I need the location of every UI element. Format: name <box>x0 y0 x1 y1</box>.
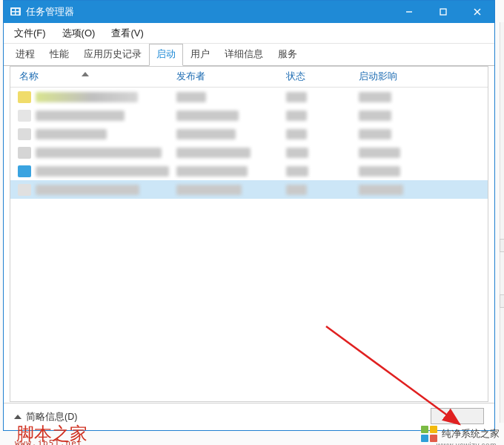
pixelated-content <box>286 148 308 158</box>
watermark-right-url: www.ycwjzy.com <box>437 441 497 445</box>
tab-4[interactable]: 用户 <box>183 44 217 66</box>
svg-rect-2 <box>16 9 19 11</box>
column-impact-header[interactable]: 启动影响 <box>350 70 431 83</box>
background-button-1 <box>500 239 504 252</box>
table-row[interactable] <box>10 88 488 106</box>
footer: 简略信息(D) <box>4 403 494 430</box>
app-icon <box>10 6 21 18</box>
pixelated-content <box>176 111 239 121</box>
app-icon <box>18 91 31 103</box>
column-headers: 名称 发布者 状态 启动影响 <box>10 67 488 88</box>
pixelated-content <box>36 92 138 102</box>
maximize-button[interactable] <box>426 1 460 23</box>
background-button-2 <box>500 294 504 308</box>
pixelated-content <box>359 166 400 177</box>
app-icon <box>18 165 31 177</box>
tab-3[interactable]: 启动 <box>149 44 183 66</box>
tab-2[interactable]: 应用历史记录 <box>76 44 149 66</box>
app-icon <box>18 147 31 159</box>
pixelated-content <box>286 166 308 177</box>
watermark-left-url: www.jb51.net <box>15 438 82 445</box>
table-row[interactable] <box>10 106 488 125</box>
menu-file[interactable]: 文件(F) <box>11 24 49 42</box>
pixelated-content <box>359 111 391 121</box>
pixelated-content <box>36 111 125 121</box>
column-name-header[interactable]: 名称 <box>10 70 168 83</box>
app-icon <box>18 128 31 140</box>
app-icon <box>18 110 31 122</box>
pixelated-content <box>176 92 206 102</box>
window-controls <box>392 1 494 23</box>
table-row[interactable] <box>10 180 488 199</box>
menu-options[interactable]: 选项(O) <box>59 24 99 42</box>
pixelated-content <box>176 166 248 177</box>
pixelated-content <box>286 185 307 195</box>
app-icon <box>18 184 31 196</box>
pixelated-content <box>359 185 403 195</box>
window-title: 任务管理器 <box>26 5 74 19</box>
background-panel <box>500 22 504 423</box>
menubar: 文件(F) 选项(O) 查看(V) <box>4 23 494 44</box>
svg-rect-1 <box>12 9 15 11</box>
chevron-up-icon <box>14 415 21 419</box>
pixelated-content <box>176 148 251 158</box>
disable-button[interactable] <box>431 408 484 424</box>
tab-1[interactable]: 性能 <box>42 44 76 66</box>
titlebar[interactable]: 任务管理器 <box>4 1 494 23</box>
pixelated-content <box>176 129 236 139</box>
pixelated-content <box>36 129 107 139</box>
svg-rect-6 <box>440 9 446 15</box>
pixelated-content <box>286 129 307 139</box>
pixelated-content <box>176 185 242 195</box>
table-row[interactable] <box>10 162 488 180</box>
tab-0[interactable]: 进程 <box>8 44 42 66</box>
pixelated-content <box>36 166 169 177</box>
svg-rect-3 <box>12 13 15 15</box>
tab-5[interactable]: 详细信息 <box>217 44 271 66</box>
svg-rect-4 <box>16 13 19 15</box>
pixelated-content <box>359 129 391 139</box>
table-row[interactable] <box>10 143 488 162</box>
pixelated-content <box>36 148 162 158</box>
tab-6[interactable]: 服务 <box>271 44 305 66</box>
pixelated-content <box>286 92 307 102</box>
tabbar: 进程性能应用历史记录启动用户详细信息服务 <box>4 44 494 66</box>
pixelated-content <box>359 148 400 158</box>
menu-view[interactable]: 查看(V) <box>108 24 146 42</box>
column-status-header[interactable]: 状态 <box>277 70 350 83</box>
startup-panel: 名称 发布者 状态 启动影响 <box>10 66 488 402</box>
pixelated-content <box>286 111 307 121</box>
pixelated-content <box>36 185 139 195</box>
pixelated-content <box>359 92 391 102</box>
close-button[interactable] <box>460 1 494 23</box>
sort-indicator-icon <box>82 72 89 76</box>
column-publisher-header[interactable]: 发布者 <box>168 70 277 83</box>
rows-container <box>10 88 488 199</box>
table-row[interactable] <box>10 125 488 143</box>
footer-less-details[interactable]: 简略信息(D) <box>26 411 77 423</box>
minimize-button[interactable] <box>392 1 426 23</box>
task-manager-window: 任务管理器 文件(F) 选项(O) 查看(V) 进程性能应用历史记录启动用户详细… <box>3 0 495 431</box>
